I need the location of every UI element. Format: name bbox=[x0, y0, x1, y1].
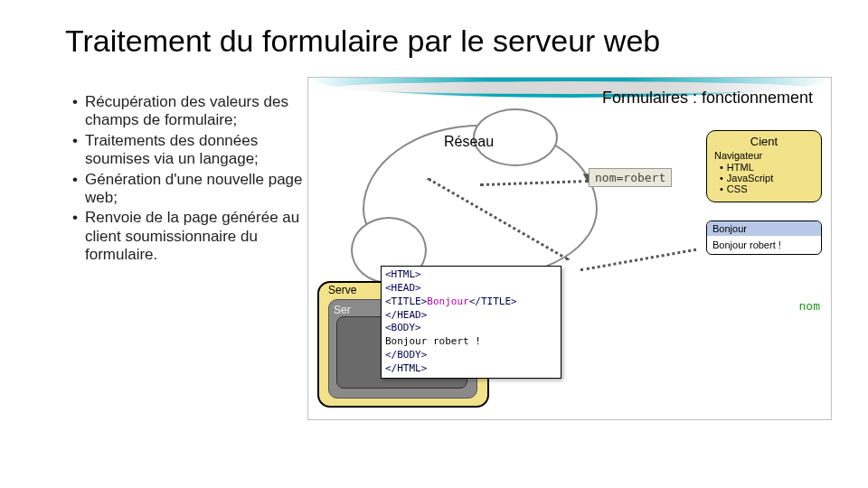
slide-body: •Récupération des valeurs des champs de … bbox=[0, 59, 868, 420]
bullet-list: •Récupération des valeurs des champs de … bbox=[72, 77, 307, 420]
list-item: •Récupération des valeurs des champs de … bbox=[72, 93, 307, 130]
html-code-box: <HTML> <HEAD> <TITLE>Bonjour</TITLE> </H… bbox=[381, 266, 561, 379]
response-page-box: Bonjour Bonjour robert ! bbox=[706, 221, 822, 255]
diagram-title: Formulaires : fonctionnement bbox=[602, 89, 813, 108]
list-item: •Renvoie de la page générée au client so… bbox=[72, 209, 307, 264]
server-label: Serve bbox=[328, 284, 356, 296]
server-label-inner: Ser bbox=[334, 304, 351, 316]
client-tech: CSS bbox=[720, 183, 814, 194]
client-subtitle: Navigateur bbox=[714, 150, 814, 161]
client-box: Cient Navigateur HTML JavaScript CSS bbox=[706, 130, 822, 202]
cloud-label: Réseau bbox=[444, 134, 494, 150]
client-tech: JavaScript bbox=[720, 173, 814, 183]
list-item: •Traitements des données soumises via un… bbox=[72, 132, 307, 169]
request-data: nom=robert bbox=[589, 168, 672, 187]
client-title: Cient bbox=[714, 135, 814, 148]
flow-arrow bbox=[580, 249, 697, 272]
diagram: Formulaires : fonctionnement Réseau nom=… bbox=[307, 77, 832, 420]
response-header: Bonjour bbox=[707, 221, 821, 236]
slide-title: Traitement du formulaire par le serveur … bbox=[0, 0, 868, 59]
list-item: •Génération d'une nouvelle page web; bbox=[72, 171, 307, 208]
variable-label: nom bbox=[799, 299, 820, 313]
response-body: Bonjour robert ! bbox=[707, 236, 821, 254]
client-tech: HTML bbox=[720, 162, 814, 173]
